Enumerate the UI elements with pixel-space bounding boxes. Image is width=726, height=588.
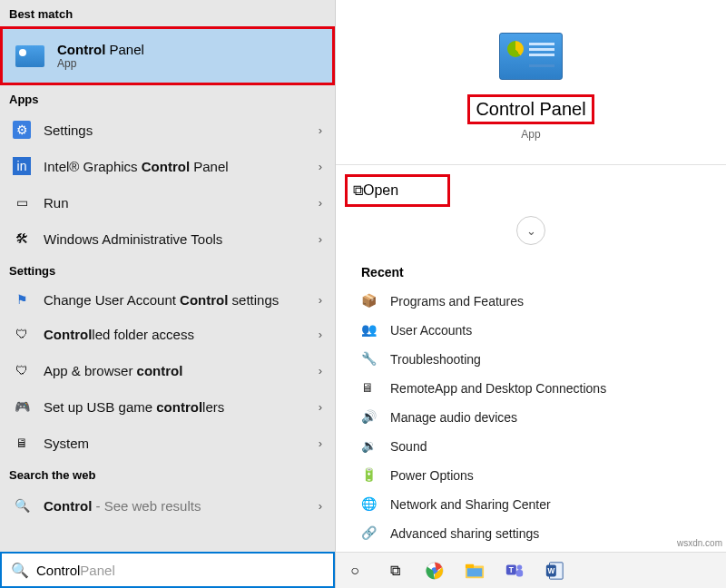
- speaker-icon: 🔊: [361, 409, 378, 426]
- taskbar: ○ ⧉ T W: [336, 552, 726, 588]
- search-icon: 🔍: [11, 562, 27, 579]
- chevron-right-icon: ›: [319, 293, 322, 307]
- remote-icon: 🖥: [361, 380, 378, 397]
- recent-advanced-sharing[interactable]: 🔗Advanced sharing settings: [350, 519, 711, 548]
- best-match-title: Control Panel: [57, 42, 144, 57]
- apps-header: Apps: [0, 85, 335, 112]
- svg-text:W: W: [547, 566, 554, 574]
- chevron-right-icon: ›: [319, 232, 322, 246]
- control-panel-icon: [15, 45, 44, 67]
- shield-icon: 🛡: [13, 361, 31, 379]
- svg-rect-3: [466, 564, 474, 568]
- setting-app-browser[interactable]: 🛡 App & browser control ›: [0, 352, 335, 388]
- svg-point-7: [517, 564, 523, 570]
- open-label: Open: [363, 182, 398, 199]
- task-view-icon[interactable]: ⧉: [383, 559, 407, 583]
- watermark: wsxdn.com: [677, 538, 722, 548]
- chevron-right-icon: ›: [319, 364, 322, 377]
- chevron-right-icon: ›: [319, 328, 322, 341]
- intel-icon: in: [13, 157, 31, 175]
- search-input[interactable]: 🔍 Control Panel: [0, 552, 335, 588]
- cortana-icon[interactable]: ○: [343, 559, 367, 583]
- setting-system[interactable]: 🖥 System ›: [0, 425, 335, 461]
- web-header: Search the web: [0, 461, 335, 487]
- recent-remoteapp[interactable]: 🖥RemoteApp and Desktop Connections: [350, 374, 711, 403]
- svg-rect-4: [467, 568, 483, 576]
- recent-user-accounts[interactable]: 👥User Accounts: [350, 316, 711, 345]
- app-admin-tools[interactable]: 🛠 Windows Administrative Tools ›: [0, 220, 335, 257]
- open-action[interactable]: ⧉ Open: [345, 174, 450, 207]
- search-icon: 🔍: [13, 496, 31, 514]
- setting-uac[interactable]: ⚑ Change User Account Control settings ›: [0, 283, 335, 316]
- chevron-right-icon: ›: [319, 123, 322, 137]
- recent-audio-devices[interactable]: 🔊Manage audio devices: [350, 403, 711, 432]
- recent-header: Recent: [350, 254, 711, 287]
- setting-folder-access[interactable]: 🛡 Controlled folder access ›: [0, 316, 335, 352]
- setting-usb-controllers[interactable]: 🎮 Set up USB game controllers ›: [0, 388, 335, 425]
- app-run[interactable]: ▭ Run ›: [0, 184, 335, 220]
- shield-icon: 🛡: [13, 325, 31, 343]
- app-intel-graphics[interactable]: in Intel® Graphics Control Panel ›: [0, 148, 335, 184]
- best-match-item[interactable]: Control Panel App: [0, 26, 335, 85]
- svg-rect-8: [516, 570, 523, 576]
- app-settings[interactable]: ⚙ Settings ›: [0, 112, 335, 148]
- network-icon: 🌐: [361, 496, 378, 513]
- recent-sound[interactable]: 🔉Sound: [350, 432, 711, 461]
- gear-icon: ⚙: [13, 121, 31, 139]
- expand-actions-button[interactable]: ⌄: [516, 216, 545, 245]
- search-results-panel: Best match Control Panel App Apps ⚙ Sett…: [0, 0, 336, 588]
- tools-icon: 🛠: [13, 230, 31, 248]
- file-explorer-icon[interactable]: [463, 559, 486, 583]
- search-autocomplete: Panel: [80, 563, 114, 578]
- preview-panel: Control Panel App ⧉ Open ⌄ Recent 📦Progr…: [336, 0, 726, 588]
- control-panel-hero-icon: [499, 33, 563, 80]
- chrome-icon[interactable]: [423, 559, 446, 583]
- share-icon: 🔗: [361, 525, 378, 542]
- flag-icon: ⚑: [13, 290, 31, 309]
- chevron-right-icon: ›: [319, 436, 322, 450]
- run-icon: ▭: [13, 193, 31, 211]
- best-match-subtitle: App: [57, 57, 144, 70]
- open-icon: ⧉: [353, 182, 363, 199]
- wrench-icon: 🔧: [361, 351, 378, 368]
- hero-title: Control Panel: [467, 94, 594, 124]
- chevron-right-icon: ›: [319, 400, 322, 414]
- word-icon[interactable]: W: [543, 559, 566, 583]
- gamepad-icon: 🎮: [13, 397, 31, 416]
- sound-icon: 🔉: [361, 438, 378, 455]
- recent-power-options[interactable]: 🔋Power Options: [350, 461, 711, 490]
- svg-text:T: T: [509, 565, 514, 573]
- recent-network-sharing[interactable]: 🌐Network and Sharing Center: [350, 490, 711, 519]
- power-icon: 🔋: [361, 467, 378, 484]
- users-icon: 👥: [361, 322, 378, 338]
- recent-programs-and-features[interactable]: 📦Programs and Features: [350, 287, 711, 316]
- best-match-header: Best match: [0, 0, 335, 26]
- monitor-icon: 🖥: [13, 434, 31, 452]
- recent-troubleshooting[interactable]: 🔧Troubleshooting: [350, 345, 711, 374]
- search-typed-text: Control: [36, 563, 80, 578]
- divider: [336, 164, 726, 165]
- chevron-right-icon: ›: [319, 196, 322, 210]
- chevron-right-icon: ›: [319, 160, 322, 173]
- teams-icon[interactable]: T: [503, 559, 526, 583]
- chevron-right-icon: ›: [319, 499, 322, 513]
- hero-subtitle: App: [521, 128, 540, 141]
- web-result-item[interactable]: 🔍 Control - See web results ›: [0, 487, 335, 524]
- box-icon: 📦: [361, 293, 378, 309]
- settings-header: Settings: [0, 257, 335, 283]
